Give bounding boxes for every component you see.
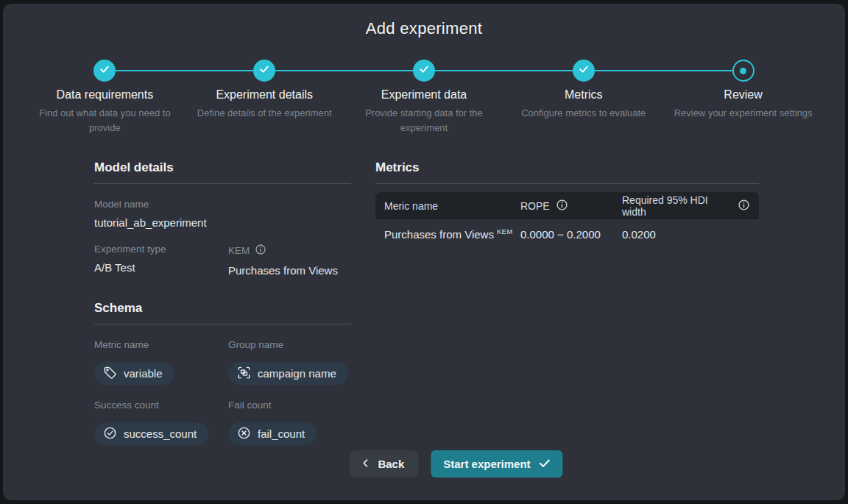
metrics-column: Metrics Meric name ROPE Required 95% HDI… [375,160,759,445]
metric-name-chip: variable [94,362,174,385]
metric-name-field: Metric name variable [94,339,228,385]
step-experiment-details[interactable]: Experiment details Define details of the… [185,60,344,135]
step-label: Experiment data [381,88,467,102]
kem-superscript-tag: KEM [497,227,513,235]
step-experiment-data[interactable]: Experiment data Provide starting data fo… [344,60,504,135]
step-label: Review [724,88,762,102]
step-description: Find out what data you need to provide [32,106,177,135]
step-data-requirements[interactable]: Data requirements Find out what data you… [25,60,185,135]
wizard-footer: Back Start experiment [350,450,562,478]
model-details-heading: Model details [94,160,351,184]
review-content: Model details Model name tutorial_ab_exp… [94,160,845,445]
experiment-type-kem-row: Experiment type A/B Test KEM Purchases f… [94,244,351,277]
fail-count-chip-label: fail_count [258,427,305,440]
rope-cell: 0.0000 − 0.2000 [520,228,622,241]
success-count-label: Success count [94,400,228,411]
group-name-field: Group name campaign name [228,339,351,385]
kem-label: KEM [228,245,250,256]
add-experiment-dialog: Add experiment Data requirements Find ou… [3,4,845,500]
step-current-circle [732,60,755,82]
metric-name-chip-label: variable [124,367,163,380]
step-description: Configure metrics to evaluate [521,106,646,121]
info-icon[interactable] [738,199,750,213]
kem-field: KEM Purchases from Views [228,244,351,277]
dot-icon [740,68,746,74]
column-header-rope: ROPE [520,199,622,213]
experiment-type-label: Experiment type [94,244,228,255]
step-completed-circle [573,60,595,82]
fail-count-chip: fail_count [228,422,317,445]
wizard-stepper: Data requirements Find out what data you… [25,60,823,135]
metric-name-text: Purchases from Views [384,228,494,241]
step-review[interactable]: Review Review your experiment settings [663,60,823,135]
info-icon[interactable] [255,244,266,258]
kem-label-row: KEM [228,244,266,258]
experiment-type-value: A/B Test [94,261,228,274]
column-header-label: ROPE [520,200,550,212]
metric-name-cell: Purchases from ViewsKEM [384,228,520,241]
step-description: Define details of the experiment [197,106,332,121]
metrics-table: Meric name ROPE Required 95% HDI width [375,192,759,249]
info-icon[interactable] [556,199,568,213]
check-icon [418,63,430,78]
step-completed-circle [413,60,435,82]
success-count-field: Success count success_count [94,400,228,445]
step-description: Review your experiment settings [674,106,813,121]
metrics-table-header: Meric name ROPE Required 95% HDI width [375,192,759,219]
group-name-chip: campaign name [228,362,348,385]
model-details-column: Model details Model name tutorial_ab_exp… [94,160,351,445]
start-experiment-label: Start experiment [443,458,530,470]
column-header-hdi-width: Required 95% HDI width [622,194,750,218]
check-icon [99,63,110,78]
step-completed-circle [93,60,116,82]
step-completed-circle [253,60,275,82]
column-header-label: Meric name [384,200,438,212]
hdi-width-cell: 0.0200 [622,228,750,241]
column-header-metric-name: Meric name [384,200,520,212]
back-button-label: Back [378,458,404,470]
fail-count-label: Fail count [228,400,351,411]
metric-name-label: Metric name [94,339,228,350]
check-icon [258,63,270,78]
back-button[interactable]: Back [350,450,418,478]
success-count-chip: success_count [94,422,208,445]
object-group-icon [237,366,251,382]
check-icon [578,63,590,78]
step-label: Experiment details [216,88,313,102]
kem-value: Purchases from Views [228,264,351,277]
column-header-label: Required 95% HDI width [622,194,732,218]
schema-heading: Schema [94,301,351,324]
check-circle-icon [103,426,117,442]
metrics-heading: Metrics [375,160,759,184]
check-icon [538,456,552,472]
step-label: Metrics [565,88,603,102]
page-title: Add experiment [3,19,845,38]
group-name-label: Group name [228,339,351,350]
experiment-type-field: Experiment type A/B Test [94,244,228,277]
fail-count-field: Fail count fail_count [228,400,351,445]
tag-icon [103,366,117,382]
model-name-value: tutorial_ab_experiment [94,216,351,229]
step-description: Provide starting data for the experiment [352,106,496,135]
step-label: Data requirements [57,88,154,102]
start-experiment-button[interactable]: Start experiment [431,450,562,478]
table-row: Purchases from ViewsKEM 0.0000 − 0.2000 … [375,219,759,249]
x-circle-icon [237,426,251,442]
success-count-chip-label: success_count [124,427,197,440]
model-name-label: Model name [94,199,351,210]
schema-row-1: Metric name variable Group name c [94,339,351,385]
group-name-chip-label: campaign name [258,367,336,380]
schema-row-2: Success count success_count Fail count [94,400,351,445]
model-name-field: Model name tutorial_ab_experiment [94,199,351,229]
step-metrics[interactable]: Metrics Configure metrics to evaluate [504,60,663,135]
chevron-left-icon [361,458,370,470]
